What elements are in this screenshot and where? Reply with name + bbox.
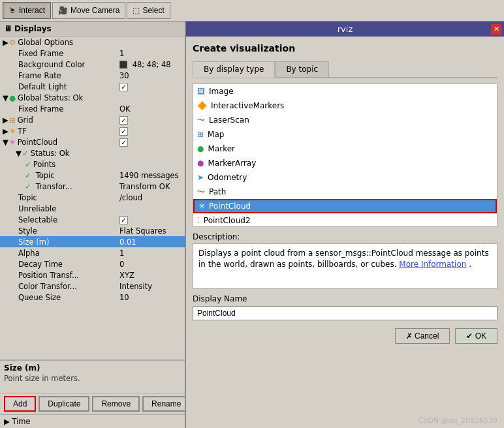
move-camera-button[interactable]: 🎥 Move Camera [52,2,125,19]
tab-by-topic[interactable]: By topic [275,61,329,78]
bottom-description: Point size in meters. [4,374,181,383]
list-item-odometry[interactable]: ➤ Odometry [193,170,497,185]
interact-button[interactable]: 🖱 Interact [3,2,51,19]
dialog-close-button[interactable]: ✕ [491,24,501,35]
displays-title: Displays [14,24,52,33]
pc-topic-check: ✓ [25,171,31,180]
list-item-interactive-markers[interactable]: 🔶 InteractiveMarkers [193,99,497,113]
list-item-pointcloud2[interactable]: ⁚ PointCloud2 [193,213,497,227]
pointcloud-icon: ✳ [9,138,16,147]
list-item-map[interactable]: ⊞ Map [193,127,497,142]
move-camera-label: Move Camera [71,6,119,15]
tree-area[interactable]: ▶ ⚙ Global Options Fixed Frame 1 Backgro… [0,37,185,359]
add-button[interactable]: Add [4,396,36,412]
list-item-marker-array[interactable]: ● MarkerArray [193,156,497,170]
pc-size-row[interactable]: Size (m) 0.01 [0,236,185,247]
bottom-info-panel: Size (m) Point size in meters. [0,360,185,393]
cancel-button[interactable]: ✗ Cancel [395,328,450,344]
status-icon: ● [9,93,16,102]
pc-topic-label: Topic [33,171,117,180]
interactive-markers-icon: 🔶 [197,101,207,110]
pc-color-transform-row[interactable]: Color Transfor... Intensity [0,281,185,292]
time-row: ▶ Time [0,414,185,428]
dialog-title: rviz [338,24,353,34]
pc-size-value: 0.01 [117,237,182,247]
grid-icon: ⊞ [9,115,16,125]
duplicate-button[interactable]: Duplicate [39,396,89,412]
bg-color-value: 48; 48; 48 [117,60,182,69]
pc-queue-size-row[interactable]: Queue Size 10 [0,292,185,303]
grid-value: ✓ [117,115,182,125]
default-light-checkbox[interactable]: ✓ [119,83,128,91]
list-item-image[interactable]: 🖼 Image [193,84,497,99]
visualization-list[interactable]: 🖼 Image 🔶 InteractiveMarkers 〜 LaserScan… [193,84,497,227]
pointcloud-checkbox[interactable]: ✓ [119,138,128,147]
pc-topic-status-row[interactable]: ✓ Topic 1490 messages [0,170,185,181]
move-camera-icon: 🎥 [58,6,68,15]
display-name-label: Display Name [193,294,497,303]
global-options-row[interactable]: ▶ ⚙ Global Options [0,37,185,48]
more-info-link[interactable]: More Information [399,260,466,269]
gs-fixed-frame-value: OK [117,104,182,114]
tf-row[interactable]: ▶ ☀ TF ✓ [0,125,185,136]
global-status-fixed-frame-row[interactable]: Fixed Frame OK [0,103,185,114]
pc-style-row[interactable]: Style Flat Squares [0,225,185,236]
marker-array-icon: ● [197,159,204,168]
pc-selectable-row[interactable]: Selectable ✓ [0,214,185,225]
ok-button[interactable]: ✔ OK [455,328,497,344]
global-status-arrow: ▼ [3,93,9,102]
pc-pos-transform-row[interactable]: Position Transf... XYZ [0,269,185,281]
frame-rate-label: Frame Rate [16,71,117,80]
tab-bar: By display type By topic [193,61,497,78]
frame-rate-row[interactable]: Frame Rate 30 [0,70,185,81]
pc-alpha-row[interactable]: Alpha 1 [0,247,185,258]
pc-unreliable-label: Unreliable [16,204,182,213]
pointcloud-row[interactable]: ▼ ✳ PointCloud ✓ [0,136,185,147]
list-item-pointcloud[interactable]: ✳ PointCloud [193,199,497,213]
marker-icon: ● [197,144,204,153]
display-name-input[interactable] [193,306,497,320]
tf-checkbox[interactable]: ✓ [119,127,128,136]
pc-queue-size-value: 10 [117,293,182,302]
pc-selectable-value: ✓ [117,215,182,224]
tf-icon: ☀ [9,127,16,136]
pc-alpha-label: Alpha [16,249,117,258]
grid-checkbox[interactable]: ✓ [119,116,128,125]
select-label: Select [142,6,164,15]
default-light-row[interactable]: Default Light ✓ [0,81,185,92]
pc-style-label: Style [16,226,117,236]
fixed-frame-row[interactable]: Fixed Frame 1 [0,48,185,59]
bottom-title: Size (m) [4,363,181,373]
list-item-laser-scan[interactable]: 〜 LaserScan [193,113,497,127]
pc-points-label: Points [33,160,182,169]
grid-arrow: ▶ [3,115,9,125]
fixed-frame-label: Fixed Frame [16,49,117,58]
pc-decay-row[interactable]: Decay Time 0 [0,258,185,269]
pc-transform-row[interactable]: ✓ Transfor... Transform OK [0,181,185,192]
list-item-marker[interactable]: ● Marker [193,142,497,156]
pc-transform-value: Transform OK [117,182,182,191]
rename-button[interactable]: Rename [142,396,186,412]
remove-button[interactable]: Remove [92,396,140,412]
global-options-arrow: ▶ [3,38,9,47]
description-section: Description: Displays a point cloud from… [193,232,497,289]
global-status-row[interactable]: ▼ ● Global Status: Ok [0,92,185,103]
bg-color-row[interactable]: Background Color 48; 48; 48 [0,59,185,70]
dialog-heading: Create visualization [193,43,497,54]
main-area: 🖥 Displays ▶ ⚙ Global Options Fixed Fram… [0,22,504,428]
select-button[interactable]: ⬚ Select [127,2,170,19]
pc-status-arrow: ▼ [16,149,22,158]
grid-row[interactable]: ▶ ⊞ Grid ✓ [0,114,185,125]
pc-unreliable-row[interactable]: Unreliable [0,203,185,214]
tf-arrow: ▶ [3,127,9,136]
pc-selectable-checkbox[interactable]: ✓ [119,216,128,224]
default-light-label: Default Light [16,82,117,91]
pc-status-row[interactable]: ▼ ✓ Status: Ok [0,147,185,159]
pc-topic-row[interactable]: Topic /cloud [0,192,185,203]
fixed-frame-value: 1 [117,49,182,58]
pc-points-row[interactable]: ✓ Points [0,159,185,170]
dialog-titlebar: rviz ✕ [186,22,504,37]
tab-display-type[interactable]: By display type [193,61,275,78]
list-item-path[interactable]: 〜 Path [193,185,497,199]
pointcloud2-icon: ⁚ [197,216,200,225]
